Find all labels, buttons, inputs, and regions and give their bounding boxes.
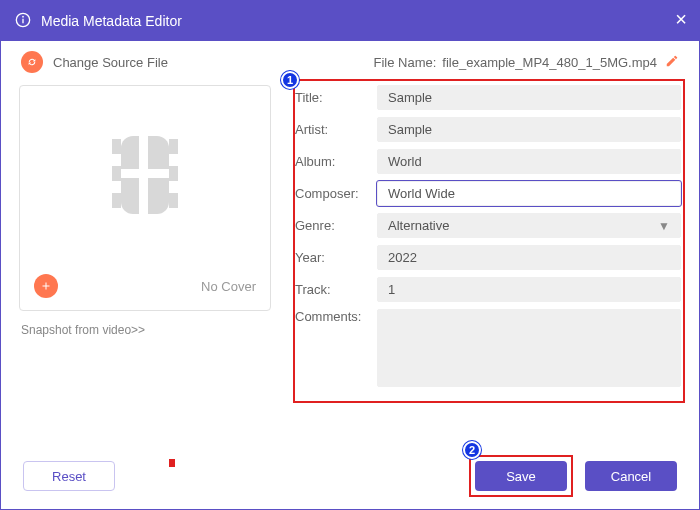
title-label: Title:: [295, 90, 377, 105]
change-source-icon[interactable]: [21, 51, 43, 73]
year-label: Year:: [295, 250, 377, 265]
cover-box: No Cover: [19, 85, 271, 311]
svg-rect-6: [112, 193, 121, 208]
genre-select[interactable]: Alternative ▼: [377, 213, 681, 238]
add-cover-button[interactable]: [34, 274, 58, 298]
metadata-fields: 1 Title: Artist: Album: Composer: Genre:…: [295, 85, 681, 394]
filename-label: File Name:: [374, 55, 437, 70]
toolbar: Change Source File File Name: file_examp…: [1, 41, 699, 77]
film-icon: [106, 130, 184, 224]
svg-rect-5: [112, 166, 121, 181]
year-input[interactable]: [377, 245, 681, 270]
filename-value: file_example_MP4_480_1_5MG.mp4: [442, 55, 657, 70]
cancel-button[interactable]: Cancel: [585, 461, 677, 491]
composer-label: Composer:: [295, 186, 377, 201]
comments-textarea[interactable]: [377, 309, 681, 387]
composer-input[interactable]: [377, 181, 681, 206]
title-input[interactable]: [377, 85, 681, 110]
genre-label: Genre:: [295, 218, 377, 233]
svg-rect-8: [169, 166, 178, 181]
artist-input[interactable]: [377, 117, 681, 142]
track-label: Track:: [295, 282, 377, 297]
svg-rect-4: [112, 139, 121, 154]
comments-label: Comments:: [295, 309, 377, 324]
album-input[interactable]: [377, 149, 681, 174]
genre-value: Alternative: [388, 218, 449, 233]
reset-button[interactable]: Reset: [23, 461, 115, 491]
no-cover-label: No Cover: [201, 279, 256, 294]
cover-column: No Cover Snapshot from video>>: [19, 85, 279, 394]
save-button[interactable]: Save: [475, 461, 567, 491]
svg-rect-7: [169, 139, 178, 154]
svg-rect-11: [139, 136, 148, 214]
track-input[interactable]: [377, 277, 681, 302]
window-title: Media Metadata Editor: [41, 13, 182, 29]
chevron-down-icon: ▼: [658, 219, 670, 233]
info-icon: [15, 12, 31, 31]
artist-label: Artist:: [295, 122, 377, 137]
close-icon[interactable]: ×: [675, 9, 687, 29]
annotation-frame-2: 2 Save: [469, 455, 573, 497]
album-label: Album:: [295, 154, 377, 169]
footer: Reset 2 Save Cancel: [1, 455, 699, 497]
titlebar: Media Metadata Editor ×: [1, 1, 699, 41]
annotation-callout-2: 2: [463, 441, 481, 459]
cover-placeholder: [20, 86, 270, 268]
svg-point-2: [22, 15, 24, 17]
svg-rect-9: [169, 193, 178, 208]
change-source-button[interactable]: Change Source File: [53, 55, 168, 70]
snapshot-from-video-link[interactable]: Snapshot from video>>: [21, 323, 279, 337]
pencil-icon[interactable]: [665, 54, 679, 71]
annotation-callout-1: 1: [281, 71, 299, 89]
